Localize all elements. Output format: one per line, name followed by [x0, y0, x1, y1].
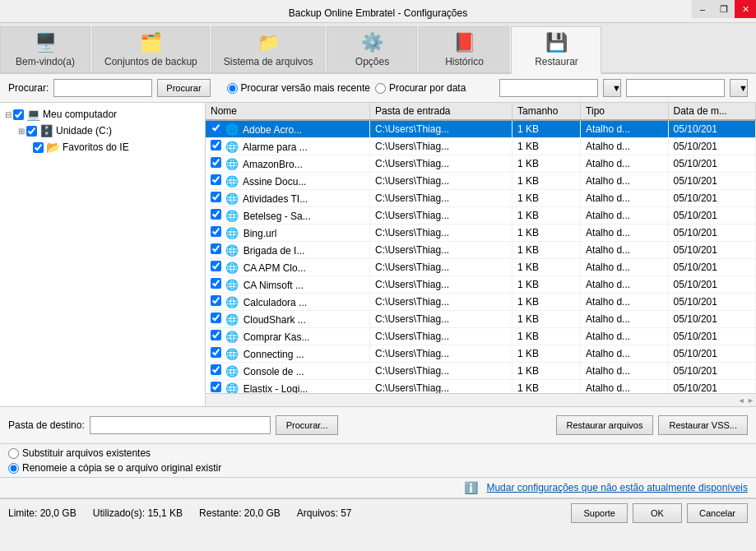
checkbox-favorites[interactable] — [33, 142, 44, 153]
date-input[interactable]: 28/12/2015 — [499, 79, 598, 97]
search-button[interactable]: Procurar — [157, 79, 210, 97]
row-checkbox-11[interactable] — [211, 313, 221, 323]
radio-latest-label[interactable]: Procurar versão mais recente — [227, 82, 370, 94]
computer-icon: 💻 — [26, 108, 40, 121]
table-row[interactable]: 🌐 CA APM Clo... C:\Users\Thiag... 1 KB A… — [206, 259, 756, 276]
row-checkbox-15[interactable] — [211, 382, 221, 392]
rename-option-label[interactable]: Renomeie a cópia se o arquivo original e… — [8, 462, 748, 474]
row-checkbox-9[interactable] — [211, 278, 221, 289]
minimize-button[interactable]: – — [692, 0, 713, 18]
row-checkbox-12[interactable] — [211, 330, 221, 340]
table-row[interactable]: 🌐 AmazonBro... C:\Users\Thiag... 1 KB At… — [206, 155, 756, 173]
destination-input[interactable] — [90, 416, 271, 434]
row-size-12: 1 KB — [513, 328, 581, 345]
time-picker-button[interactable]: ▼ — [730, 79, 748, 97]
tab-file-system[interactable]: 📁 Sistema de arquivos — [211, 26, 326, 72]
row-checkbox-0[interactable] — [211, 123, 221, 133]
row-checkbox-4[interactable] — [211, 192, 221, 202]
table-row[interactable]: 🌐 Adobe Acro... C:\Users\Thiag... 1 KB A… — [206, 120, 756, 138]
file-scroll-area[interactable]: Nome Pasta de entrada Tamanho Tipo Data … — [206, 103, 756, 393]
restore-button[interactable]: ❐ — [713, 0, 735, 18]
tab-history[interactable]: 📕 Histórico — [419, 26, 509, 72]
restore-vss-button[interactable]: Restaurar VSS... — [658, 415, 748, 435]
checkbox-computer[interactable] — [13, 109, 24, 120]
window-title: Backup Online Embratel - Configurações — [289, 7, 467, 19]
radio-latest[interactable] — [227, 83, 238, 94]
row-checkbox-7[interactable] — [211, 243, 221, 254]
row-type-4: Atalho d... — [581, 190, 668, 207]
row-checkbox-14[interactable] — [211, 364, 221, 375]
table-row[interactable]: 🌐 Elastix - Logi... C:\Users\Thiag... 1 … — [206, 380, 756, 394]
table-row[interactable]: 🌐 Bing.url C:\Users\Thiag... 1 KB Atalho… — [206, 225, 756, 242]
row-type-7: Atalho d... — [581, 242, 668, 259]
row-size-8: 1 KB — [513, 259, 581, 276]
replace-label-text: Substituir arquivos existentes — [22, 447, 151, 459]
table-row[interactable]: 🌐 Brigada de I... C:\Users\Thiag... 1 KB… — [206, 242, 756, 259]
search-input[interactable] — [53, 79, 152, 97]
info-text[interactable]: Mudar configurações que não estão atualm… — [486, 482, 748, 493]
suporte-button[interactable]: Suporte — [571, 503, 628, 523]
tab-welcome[interactable]: 🖥️ Bem-vindo(a) — [0, 26, 90, 72]
action-buttons: Restaurar arquivos Restaurar VSS... — [556, 412, 748, 438]
row-checkbox-6[interactable] — [211, 226, 221, 237]
tab-backup-sets[interactable]: 🗂️ Conjuntos de backup — [92, 26, 210, 72]
close-button[interactable]: ✕ — [735, 0, 756, 18]
col-date[interactable]: Data de m... — [668, 103, 755, 120]
row-date-3: 05/10/201 — [668, 173, 755, 190]
row-size-2: 1 KB — [513, 155, 581, 173]
row-name-11: CloudShark ... — [243, 314, 306, 326]
table-row[interactable]: 🌐 Comprar Kas... C:\Users\Thiag... 1 KB … — [206, 328, 756, 345]
tree-item-drive-c[interactable]: ⊞ 🗄️ Unidade (C:) — [16, 123, 202, 139]
col-folder[interactable]: Pasta de entrada — [370, 103, 513, 120]
table-row[interactable]: 🌐 Atividades TI... C:\Users\Thiag... 1 K… — [206, 190, 756, 207]
row-folder-0: C:\Users\Thiag... — [370, 120, 513, 138]
row-checkbox-8[interactable] — [211, 261, 221, 271]
tree-item-computer[interactable]: ⊟ 💻 Meu computador — [3, 106, 202, 123]
radio-rename[interactable] — [8, 463, 19, 474]
tab-bar: 🖥️ Bem-vindo(a) 🗂️ Conjuntos de backup 📁… — [0, 23, 756, 74]
expand-drive-c-icon: ⊞ — [18, 127, 25, 136]
col-name[interactable]: Nome — [206, 103, 370, 120]
time-input[interactable]: 10:33 — [626, 79, 725, 97]
tab-options-icon: ⚙️ — [361, 32, 383, 53]
ok-button[interactable]: OK — [633, 503, 682, 523]
table-row[interactable]: 🌐 Console de ... C:\Users\Thiag... 1 KB … — [206, 363, 756, 380]
table-row[interactable]: 🌐 Betelseg - Sa... C:\Users\Thiag... 1 K… — [206, 207, 756, 225]
tab-history-label: Histórico — [445, 56, 484, 67]
row-checkbox-5[interactable] — [211, 209, 221, 220]
cancelar-button[interactable]: Cancelar — [687, 503, 748, 523]
col-type[interactable]: Tipo — [581, 103, 668, 120]
tree-item-favorites[interactable]: 📂 Favoritos do IE — [30, 139, 202, 155]
row-checkbox-2[interactable] — [211, 157, 221, 168]
row-type-10: Atalho d... — [581, 294, 668, 311]
row-checkbox-13[interactable] — [211, 347, 221, 358]
col-size[interactable]: Tamanho — [513, 103, 581, 120]
row-checkbox-3[interactable] — [211, 174, 221, 185]
table-row[interactable]: 🌐 Connecting ... C:\Users\Thiag... 1 KB … — [206, 345, 756, 363]
row-checkbox-1[interactable] — [211, 140, 221, 150]
radio-date[interactable] — [375, 83, 386, 94]
row-date-13: 05/10/201 — [668, 345, 755, 363]
table-row[interactable]: 🌐 CloudShark ... C:\Users\Thiag... 1 KB … — [206, 311, 756, 328]
table-row[interactable]: 🌐 Alarme para ... C:\Users\Thiag... 1 KB… — [206, 138, 756, 155]
table-row[interactable]: 🌐 CA Nimsoft ... C:\Users\Thiag... 1 KB … — [206, 276, 756, 294]
date-picker-button[interactable]: ▼ — [603, 79, 621, 97]
row-checkbox-10[interactable] — [211, 295, 221, 306]
globe-icon-15: 🌐 — [225, 382, 239, 393]
radio-date-label[interactable]: Procurar por data — [375, 82, 466, 94]
row-folder-13: C:\Users\Thiag... — [370, 345, 513, 363]
table-row[interactable]: 🌐 Calculadora ... C:\Users\Thiag... 1 KB… — [206, 294, 756, 311]
row-type-6: Atalho d... — [581, 225, 668, 242]
replace-option-label[interactable]: Substituir arquivos existentes — [8, 447, 748, 459]
table-row[interactable]: 🌐 Assine Docu... C:\Users\Thiag... 1 KB … — [206, 173, 756, 190]
tab-restore[interactable]: 💾 Restaurar — [511, 26, 601, 74]
row-name-5: Betelseg - Sa... — [243, 211, 311, 222]
radio-replace[interactable] — [8, 448, 19, 459]
tab-options[interactable]: ⚙️ Opções — [327, 26, 417, 72]
search-label: Procurar: — [8, 82, 49, 94]
destination-browse-button[interactable]: Procurar... — [276, 415, 339, 435]
horizontal-scrollbar[interactable]: ◄ ► — [206, 393, 756, 406]
restore-files-button[interactable]: Restaurar arquivos — [556, 415, 654, 435]
checkbox-drive-c[interactable] — [26, 126, 37, 137]
row-folder-11: C:\Users\Thiag... — [370, 311, 513, 328]
